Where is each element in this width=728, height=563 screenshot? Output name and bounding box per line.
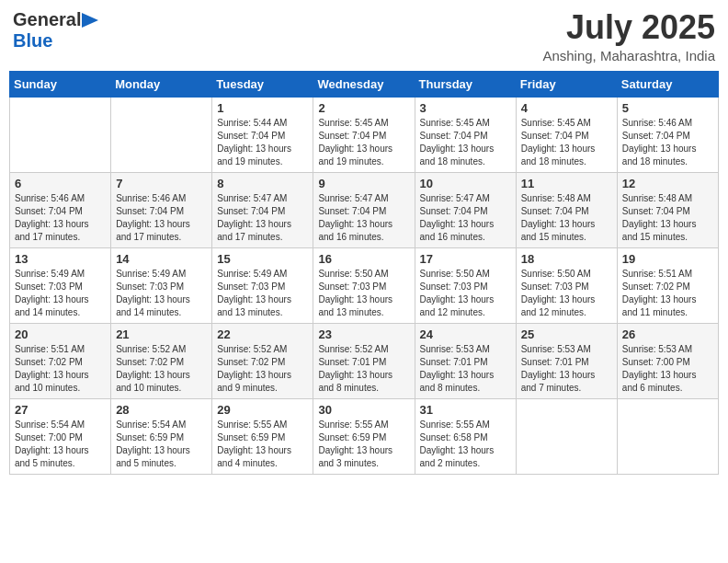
svg-marker-0	[82, 13, 98, 28]
day-number: 7	[116, 177, 207, 190]
calendar-cell: 20Sunrise: 5:51 AMSunset: 7:02 PMDayligh…	[10, 323, 111, 398]
calendar-cell	[617, 398, 718, 474]
day-number: 30	[318, 403, 409, 417]
day-number: 10	[420, 177, 511, 190]
calendar-week-5: 27Sunrise: 5:54 AMSunset: 7:00 PMDayligh…	[10, 398, 719, 474]
calendar-cell: 9Sunrise: 5:47 AMSunset: 7:04 PMDaylight…	[313, 172, 415, 247]
calendar-cell: 30Sunrise: 5:55 AMSunset: 6:59 PMDayligh…	[313, 398, 415, 474]
calendar-cell: 19Sunrise: 5:51 AMSunset: 7:02 PMDayligh…	[617, 247, 718, 323]
day-number: 2	[318, 101, 409, 115]
calendar-cell: 24Sunrise: 5:53 AMSunset: 7:01 PMDayligh…	[415, 323, 516, 398]
calendar-table: SundayMondayTuesdayWednesdayThursdayFrid…	[9, 71, 719, 475]
calendar-cell: 21Sunrise: 5:52 AMSunset: 7:02 PMDayligh…	[111, 323, 212, 398]
day-number: 25	[521, 327, 612, 341]
calendar-cell: 23Sunrise: 5:52 AMSunset: 7:01 PMDayligh…	[313, 323, 415, 398]
day-header-tuesday: Tuesday	[212, 71, 313, 97]
day-header-monday: Monday	[111, 71, 212, 97]
day-info: Sunrise: 5:49 AMSunset: 7:03 PMDaylight:…	[217, 268, 308, 319]
day-number: 22	[217, 327, 308, 341]
month-year-title: July 2025	[542, 9, 715, 46]
day-info: Sunrise: 5:49 AMSunset: 7:03 PMDaylight:…	[15, 268, 106, 319]
day-info: Sunrise: 5:44 AMSunset: 7:04 PMDaylight:…	[217, 117, 308, 168]
day-number: 14	[116, 252, 207, 266]
calendar-week-1: 1Sunrise: 5:44 AMSunset: 7:04 PMDaylight…	[10, 97, 719, 172]
day-info: Sunrise: 5:48 AMSunset: 7:04 PMDaylight:…	[622, 192, 713, 244]
calendar-cell: 6Sunrise: 5:46 AMSunset: 7:04 PMDaylight…	[10, 172, 111, 247]
calendar-cell: 10Sunrise: 5:47 AMSunset: 7:04 PMDayligh…	[415, 172, 516, 247]
day-info: Sunrise: 5:54 AMSunset: 6:59 PMDaylight:…	[116, 419, 207, 470]
day-number: 26	[622, 327, 713, 341]
calendar-cell: 31Sunrise: 5:55 AMSunset: 6:58 PMDayligh…	[415, 398, 516, 474]
day-info: Sunrise: 5:45 AMSunset: 7:04 PMDaylight:…	[521, 117, 612, 168]
day-info: Sunrise: 5:50 AMSunset: 7:03 PMDaylight:…	[420, 268, 511, 319]
calendar-cell: 18Sunrise: 5:50 AMSunset: 7:03 PMDayligh…	[516, 247, 617, 323]
day-info: Sunrise: 5:46 AMSunset: 7:04 PMDaylight:…	[622, 117, 713, 168]
calendar-week-2: 6Sunrise: 5:46 AMSunset: 7:04 PMDaylight…	[10, 172, 719, 247]
day-number: 16	[318, 252, 409, 266]
calendar-cell: 8Sunrise: 5:47 AMSunset: 7:04 PMDaylight…	[212, 172, 313, 247]
day-number: 6	[15, 177, 106, 190]
day-number: 4	[521, 101, 612, 115]
logo-flag-icon	[82, 13, 98, 28]
calendar-cell: 3Sunrise: 5:45 AMSunset: 7:04 PMDaylight…	[415, 97, 516, 172]
day-number: 20	[15, 327, 106, 341]
day-number: 27	[15, 403, 106, 417]
calendar-cell: 1Sunrise: 5:44 AMSunset: 7:04 PMDaylight…	[212, 97, 313, 172]
day-number: 17	[420, 252, 511, 266]
day-info: Sunrise: 5:54 AMSunset: 7:00 PMDaylight:…	[15, 419, 106, 470]
calendar-cell: 29Sunrise: 5:55 AMSunset: 6:59 PMDayligh…	[212, 398, 313, 474]
day-info: Sunrise: 5:45 AMSunset: 7:04 PMDaylight:…	[318, 117, 409, 168]
day-info: Sunrise: 5:46 AMSunset: 7:04 PMDaylight:…	[15, 192, 106, 244]
day-info: Sunrise: 5:47 AMSunset: 7:04 PMDaylight:…	[217, 192, 308, 244]
calendar-cell	[10, 97, 111, 172]
calendar-cell: 7Sunrise: 5:46 AMSunset: 7:04 PMDaylight…	[111, 172, 212, 247]
title-section: July 2025 Anshing, Maharashtra, India	[542, 9, 715, 63]
day-info: Sunrise: 5:47 AMSunset: 7:04 PMDaylight:…	[318, 192, 409, 244]
day-number: 1	[217, 101, 308, 115]
day-info: Sunrise: 5:55 AMSunset: 6:58 PMDaylight:…	[420, 419, 511, 470]
day-number: 28	[116, 403, 207, 417]
day-number: 23	[318, 327, 409, 341]
calendar-cell: 5Sunrise: 5:46 AMSunset: 7:04 PMDaylight…	[617, 97, 718, 172]
day-info: Sunrise: 5:51 AMSunset: 7:02 PMDaylight:…	[622, 268, 713, 319]
day-number: 8	[217, 177, 308, 190]
calendar-cell: 28Sunrise: 5:54 AMSunset: 6:59 PMDayligh…	[111, 398, 212, 474]
day-info: Sunrise: 5:50 AMSunset: 7:03 PMDaylight:…	[521, 268, 612, 319]
day-number: 31	[420, 403, 511, 417]
calendar-cell: 14Sunrise: 5:49 AMSunset: 7:03 PMDayligh…	[111, 247, 212, 323]
day-info: Sunrise: 5:52 AMSunset: 7:02 PMDaylight:…	[217, 343, 308, 395]
calendar-cell: 26Sunrise: 5:53 AMSunset: 7:00 PMDayligh…	[617, 323, 718, 398]
day-info: Sunrise: 5:50 AMSunset: 7:03 PMDaylight:…	[318, 268, 409, 319]
calendar-header-row: SundayMondayTuesdayWednesdayThursdayFrid…	[10, 71, 719, 97]
day-info: Sunrise: 5:53 AMSunset: 7:00 PMDaylight:…	[622, 343, 713, 395]
calendar-cell: 4Sunrise: 5:45 AMSunset: 7:04 PMDaylight…	[516, 97, 617, 172]
calendar-cell: 13Sunrise: 5:49 AMSunset: 7:03 PMDayligh…	[10, 247, 111, 323]
day-info: Sunrise: 5:55 AMSunset: 6:59 PMDaylight:…	[318, 419, 409, 470]
calendar-cell: 17Sunrise: 5:50 AMSunset: 7:03 PMDayligh…	[415, 247, 516, 323]
day-number: 5	[622, 101, 713, 115]
calendar-cell: 11Sunrise: 5:48 AMSunset: 7:04 PMDayligh…	[516, 172, 617, 247]
calendar-cell: 25Sunrise: 5:53 AMSunset: 7:01 PMDayligh…	[516, 323, 617, 398]
day-header-saturday: Saturday	[617, 71, 718, 97]
day-info: Sunrise: 5:51 AMSunset: 7:02 PMDaylight:…	[15, 343, 106, 395]
day-number: 18	[521, 252, 612, 266]
day-number: 12	[622, 177, 713, 190]
day-number: 24	[420, 327, 511, 341]
day-info: Sunrise: 5:49 AMSunset: 7:03 PMDaylight:…	[116, 268, 207, 319]
calendar-cell	[516, 398, 617, 474]
day-info: Sunrise: 5:52 AMSunset: 7:01 PMDaylight:…	[318, 343, 409, 395]
logo-general-text: General	[13, 9, 81, 30]
calendar-cell	[111, 97, 212, 172]
day-number: 29	[217, 403, 308, 417]
calendar-week-3: 13Sunrise: 5:49 AMSunset: 7:03 PMDayligh…	[10, 247, 719, 323]
day-number: 11	[521, 177, 612, 190]
day-info: Sunrise: 5:55 AMSunset: 6:59 PMDaylight:…	[217, 419, 308, 470]
day-info: Sunrise: 5:53 AMSunset: 7:01 PMDaylight:…	[521, 343, 612, 395]
day-header-friday: Friday	[516, 71, 617, 97]
calendar-cell: 22Sunrise: 5:52 AMSunset: 7:02 PMDayligh…	[212, 323, 313, 398]
day-number: 3	[420, 101, 511, 115]
day-info: Sunrise: 5:52 AMSunset: 7:02 PMDaylight:…	[116, 343, 207, 395]
calendar-cell: 16Sunrise: 5:50 AMSunset: 7:03 PMDayligh…	[313, 247, 415, 323]
page-header: General Blue July 2025 Anshing, Maharash…	[9, 9, 719, 63]
day-info: Sunrise: 5:47 AMSunset: 7:04 PMDaylight:…	[420, 192, 511, 244]
